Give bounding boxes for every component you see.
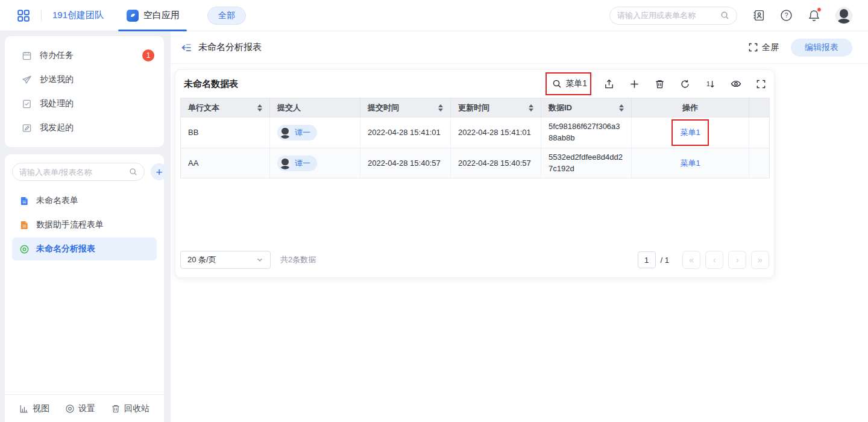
data-table-card: 未命名数据表 菜单1: [175, 69, 775, 278]
sort-carets-icon: [257, 104, 262, 112]
footer-item-label: 设置: [78, 403, 95, 414]
sidebar-item-label: 我发起的: [40, 122, 74, 133]
col-header-submit-time[interactable]: 提交时间: [360, 98, 451, 118]
col-header-submitter[interactable]: 提交人: [270, 98, 360, 118]
send-icon: [22, 75, 32, 85]
collapse-sidebar-icon[interactable]: [180, 42, 192, 54]
team-name-link[interactable]: 191创建团队: [52, 10, 104, 21]
cell-spacer: [749, 118, 770, 148]
filter-all-pill[interactable]: 全部: [207, 7, 246, 25]
sort-carets-icon: [619, 104, 624, 112]
cell-data-id: 5fc98186f627f306a388ab8b: [541, 118, 632, 148]
delete-icon[interactable]: [655, 79, 665, 89]
last-page-button[interactable]: »: [751, 251, 769, 269]
pagination: / 1 « ‹ › »: [638, 251, 769, 269]
table-fullscreen-icon[interactable]: [756, 80, 766, 89]
contacts-icon[interactable]: [752, 9, 765, 22]
table-row[interactable]: AA 谭一 2022-04-28 15:40:57 2022-04-28 15:…: [181, 148, 770, 178]
first-page-button[interactable]: «: [682, 251, 700, 269]
refresh-icon[interactable]: [680, 79, 690, 89]
sidebar-item-label: 抄送我的: [40, 74, 74, 85]
global-search[interactable]: [609, 7, 737, 25]
fullscreen-button[interactable]: 全屏: [749, 42, 779, 53]
cell-text: BB: [181, 118, 270, 148]
notification-bell-icon[interactable]: [808, 9, 820, 22]
page-title: 未命名分析报表: [198, 42, 262, 53]
user-tag[interactable]: 谭一: [277, 156, 317, 171]
divider: [41, 10, 42, 21]
recycle-bin-button[interactable]: 回收站: [111, 403, 149, 414]
sidebar-item-label: 我处理的: [40, 98, 74, 109]
cell-actions: 菜单1: [632, 148, 749, 178]
cell-submitter: 谭一: [270, 148, 360, 178]
sidebar-item-cc-me[interactable]: 抄送我的: [5, 68, 164, 92]
col-header-actions: 操作: [632, 98, 749, 118]
settings-button[interactable]: 设置: [65, 403, 95, 414]
sort-icon[interactable]: 1: [705, 79, 715, 89]
next-page-button[interactable]: ›: [728, 251, 746, 269]
user-name: 谭一: [295, 158, 310, 169]
user-avatar[interactable]: [835, 7, 852, 24]
task-menu-card: 待办任务 1 抄送我的 我处理的: [5, 36, 164, 147]
main-panel: 未命名分析报表 全屏 编辑报表 未命名数据表: [171, 31, 868, 422]
total-count-text: 共2条数据: [280, 254, 316, 265]
cell-submit-time: 2022-04-28 15:41:01: [360, 118, 451, 148]
row-action-menu1-link[interactable]: 菜单1: [680, 128, 700, 137]
page-total-label: / 1: [661, 256, 669, 265]
report-header: 未命名分析报表 全屏 编辑报表: [171, 31, 868, 64]
views-button[interactable]: 视图: [19, 403, 49, 414]
global-search-input[interactable]: [617, 11, 715, 20]
add-record-icon[interactable]: [629, 79, 640, 89]
cell-actions: 菜单1: [632, 118, 749, 148]
top-navbar: 191创建团队 空白应用 全部 ?: [0, 0, 868, 31]
page-size-select[interactable]: 20 条/页: [180, 251, 271, 269]
user-avatar: [279, 157, 291, 169]
form-item-label: 未命名表单: [36, 195, 78, 206]
sidebar-item-analysis-report[interactable]: 未命名分析报表: [12, 238, 157, 260]
row-action-menu1-link[interactable]: 菜单1: [680, 159, 700, 168]
app-logo-icon: [127, 10, 139, 22]
form-item-label: 数据助手流程表单: [36, 219, 104, 230]
form-doc-blue-icon: [19, 196, 30, 206]
form-doc-orange-icon: [19, 220, 30, 230]
table-search-button[interactable]: 菜单1: [552, 78, 587, 89]
col-header-update-time[interactable]: 更新时间: [451, 98, 541, 118]
cell-update-time: 2022-04-28 15:41:01: [451, 118, 541, 148]
report-target-icon: [19, 244, 30, 254]
search-icon: [552, 79, 562, 89]
col-header-text[interactable]: 单行文本: [181, 98, 270, 118]
edit-report-button[interactable]: 编辑报表: [791, 39, 852, 57]
sidebar-item-todo[interactable]: 待办任务 1: [5, 43, 164, 68]
user-tag[interactable]: 谭一: [277, 125, 317, 140]
search-icon: [720, 11, 729, 20]
prev-page-button[interactable]: ‹: [705, 251, 723, 269]
form-search[interactable]: [12, 163, 145, 181]
help-icon[interactable]: ?: [780, 9, 793, 22]
sidebar-item-unnamed-form[interactable]: 未命名表单: [12, 189, 157, 212]
sidebar-item-started-by-me[interactable]: 我发起的: [5, 116, 164, 140]
form-search-input[interactable]: [19, 168, 125, 177]
table-header-row: 单行文本 提交人 提交时间 更新时间: [181, 98, 770, 118]
page-number-input[interactable]: [638, 251, 656, 268]
table-toolbar: 菜单1: [552, 78, 766, 89]
table-row[interactable]: BB 谭一 2022-04-28 15:41:01 2022-04-28 15:…: [181, 118, 770, 148]
sidebar-item-flow-form[interactable]: 数据助手流程表单: [12, 213, 157, 236]
bar-chart-icon: [19, 404, 29, 414]
sidebar-item-handled-by-me[interactable]: 我处理的: [5, 92, 164, 116]
fullscreen-label: 全屏: [762, 42, 779, 53]
settings-icon: [65, 404, 75, 414]
add-form-button[interactable]: +: [151, 163, 168, 180]
tab-blank-app[interactable]: 空白应用: [127, 0, 180, 31]
edit-doc-icon: [22, 123, 32, 133]
cell-submitter: 谭一: [270, 118, 360, 148]
col-header-data-id[interactable]: 数据ID: [541, 98, 632, 118]
calendar-icon: [22, 51, 32, 61]
table-footer: 20 条/页 共2条数据 / 1 « ‹ › »: [175, 251, 774, 277]
visibility-icon[interactable]: [731, 78, 741, 89]
user-avatar: [279, 127, 291, 139]
export-icon[interactable]: [604, 79, 614, 89]
notification-dot: [817, 7, 822, 12]
apps-grid-icon[interactable]: [17, 9, 30, 22]
col-header-spacer: [749, 98, 770, 118]
sidebar: 待办任务 1 抄送我的 我处理的: [5, 36, 164, 422]
